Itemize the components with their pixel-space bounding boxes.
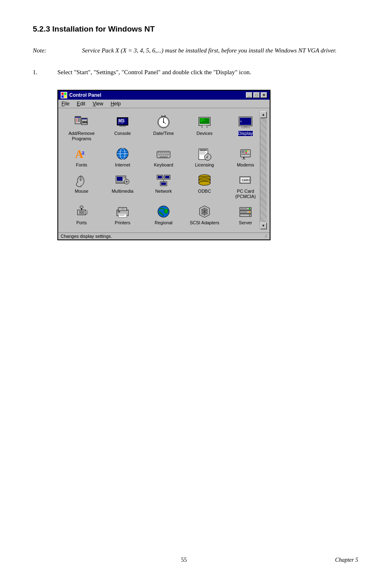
scrollbar[interactable]: ▲ ▼: [260, 112, 266, 229]
svg-rect-60: [159, 156, 168, 157]
window-controls[interactable]: _ □ ✕: [246, 92, 267, 98]
server-icon: [238, 204, 253, 219]
odbc-icon: [197, 173, 212, 187]
svg-point-108: [80, 206, 83, 208]
svg-rect-75: [242, 159, 246, 160]
svg-rect-120: [121, 209, 125, 210]
icon-network[interactable]: Network: [145, 171, 182, 201]
svg-rect-63: [200, 151, 205, 152]
icon-keyboard[interactable]: Keyboard: [145, 145, 182, 169]
keyboard-label: Keyboard: [154, 162, 173, 168]
svg-point-7: [76, 120, 77, 121]
svg-rect-70: [246, 150, 247, 152]
svg-rect-71: [247, 150, 248, 152]
svg-rect-72: [246, 152, 247, 153]
resize-grip[interactable]: //: [265, 234, 267, 239]
icon-server[interactable]: Server: [227, 203, 260, 227]
keyboard-icon: [156, 146, 171, 161]
svg-rect-106: [79, 211, 84, 214]
svg-rect-58: [164, 154, 166, 155]
scroll-down-arrow[interactable]: ▼: [260, 223, 267, 229]
maximize-button[interactable]: □: [253, 92, 260, 98]
mouse-label: Mouse: [75, 189, 88, 194]
icon-display[interactable]: A Display: [227, 113, 260, 143]
svg-rect-40: [241, 127, 250, 128]
icon-fonts[interactable]: A a Fonts: [63, 145, 100, 169]
display-label: Display: [238, 131, 253, 136]
svg-point-132: [249, 214, 250, 216]
svg-rect-13: [82, 119, 87, 119]
scroll-up-arrow[interactable]: ▲: [260, 112, 267, 118]
menu-view[interactable]: View: [91, 100, 105, 107]
icon-console[interactable]: MS C:\> Console: [104, 113, 141, 143]
ports-icon: [74, 204, 89, 219]
note-text: Service Pack X (X = 3, 4, 5, 6,...) must…: [82, 46, 358, 55]
svg-rect-117: [119, 214, 126, 214]
icon-pccard[interactable]: CARD PC Card(PCMCIA): [227, 171, 260, 201]
svg-rect-3: [64, 96, 66, 98]
svg-rect-119: [121, 208, 124, 209]
close-button[interactable]: ✕: [261, 92, 267, 98]
svg-rect-73: [241, 154, 250, 155]
icon-ports[interactable]: Ports: [63, 203, 100, 227]
svg-rect-134: [241, 212, 247, 212]
svg-point-128: [249, 208, 250, 210]
devices-icon: [197, 115, 212, 130]
scsiadapters-icon: [197, 204, 212, 219]
network-label: Network: [155, 189, 172, 194]
svg-point-6: [76, 119, 77, 119]
multimedia-icon: [115, 173, 130, 187]
menu-edit[interactable]: Edit: [75, 100, 87, 107]
datetime-label: Date/Time: [153, 131, 174, 136]
svg-rect-118: [119, 215, 124, 216]
window-title: Control Panel: [69, 92, 101, 98]
page-number: 55: [33, 557, 335, 563]
icon-add-remove[interactable]: MS DOS Add/RemovePrograms: [63, 113, 100, 143]
printers-label: Printers: [115, 220, 130, 226]
menu-file[interactable]: File: [60, 100, 71, 107]
display-icon: A: [238, 115, 253, 130]
svg-rect-111: [85, 212, 87, 213]
svg-rect-9: [78, 119, 80, 119]
svg-point-29: [201, 126, 203, 128]
icon-devices[interactable]: Devices: [186, 113, 223, 143]
svg-rect-116: [118, 211, 120, 212]
icon-modems[interactable]: Modems: [227, 145, 260, 169]
icon-internet[interactable]: Internet: [104, 145, 141, 169]
svg-rect-65: [200, 154, 205, 154]
scsiadapters-label: SCSI Adapters: [190, 220, 219, 226]
section-title: 5.2.3 Installation for Windows NT: [33, 25, 358, 34]
icon-licensing[interactable]: √ Licensing: [186, 145, 223, 169]
svg-rect-19: [119, 125, 126, 127]
icon-scsiadapters[interactable]: SCSI Adapters: [186, 203, 223, 227]
fonts-label: Fonts: [76, 162, 87, 168]
icon-printers[interactable]: Printers: [104, 203, 141, 227]
pccard-label: PC Card(PCMCIA): [235, 189, 256, 199]
icon-odbc[interactable]: ODBC: [186, 171, 223, 201]
icon-multimedia[interactable]: Multimedia: [104, 171, 141, 201]
svg-point-98: [199, 181, 210, 185]
svg-text:A: A: [240, 120, 242, 123]
datetime-icon: 1↕2: [156, 115, 171, 130]
menu-help[interactable]: Help: [109, 100, 123, 107]
svg-rect-80: [117, 177, 123, 181]
pccard-icon: CARD: [238, 173, 253, 187]
window-icon: [61, 92, 67, 98]
network-icon: [156, 173, 171, 187]
icon-regional[interactable]: Regional: [145, 203, 182, 227]
icon-datetime[interactable]: 1↕2 Date/Time: [145, 113, 182, 143]
icon-mouse[interactable]: Mouse: [63, 171, 100, 201]
minimize-button[interactable]: _: [246, 92, 252, 98]
internet-label: Internet: [115, 162, 130, 168]
svg-rect-49: [158, 152, 159, 153]
svg-rect-81: [123, 177, 125, 178]
svg-rect-112: [85, 213, 87, 214]
server-label: Server: [239, 220, 252, 226]
menubar: File Edit View Help: [58, 100, 270, 108]
svg-rect-133: [241, 208, 247, 209]
svg-rect-69: [241, 150, 245, 153]
svg-text:√: √: [206, 155, 208, 159]
multimedia-label: Multimedia: [111, 189, 133, 194]
scroll-track: [260, 118, 267, 223]
svg-point-130: [249, 211, 250, 213]
